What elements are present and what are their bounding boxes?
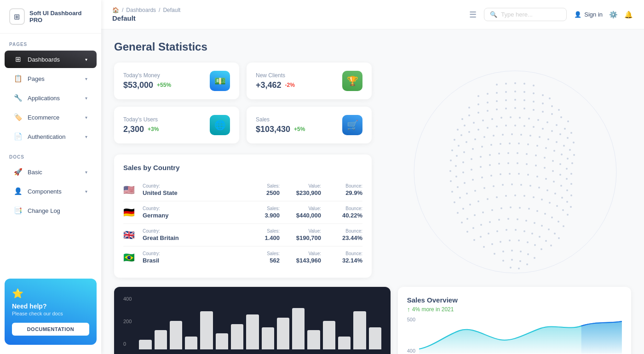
stat-sales-info: Sales $103,430 +5%	[256, 116, 305, 134]
svg-point-105	[489, 154, 491, 156]
svg-point-50	[556, 124, 558, 126]
sidebar-item-applications[interactable]: 🔧 Applications ▾	[5, 89, 97, 107]
svg-point-150	[466, 193, 468, 194]
svg-point-23	[542, 103, 544, 104]
svg-point-3	[514, 82, 516, 84]
svg-point-115	[570, 173, 572, 175]
svg-point-26	[461, 118, 463, 120]
svg-point-37	[560, 116, 562, 118]
sidebar-item-components[interactable]: 👤 Components ▾	[5, 183, 97, 200]
svg-point-127	[544, 167, 546, 169]
svg-point-191	[558, 221, 559, 223]
svg-point-8	[496, 92, 498, 94]
svg-point-109	[526, 153, 528, 155]
home-icon: 🏠	[112, 7, 119, 13]
svg-point-149	[459, 197, 461, 199]
svg-point-106	[498, 153, 500, 154]
svg-point-89	[490, 144, 492, 146]
svg-point-165	[462, 208, 464, 210]
svg-point-90	[500, 143, 501, 145]
country-name-de: Germany	[143, 212, 238, 219]
svg-point-73	[493, 135, 494, 137]
svg-point-164	[457, 212, 459, 214]
svg-point-218	[491, 243, 493, 245]
svg-point-111	[544, 157, 546, 159]
svg-point-129	[559, 174, 561, 176]
sign-in-button[interactable]: 👤 Sign in	[574, 11, 603, 18]
svg-point-141	[527, 174, 529, 176]
stat-users-change: +3%	[148, 126, 159, 132]
svg-point-148	[454, 201, 455, 203]
svg-point-201	[534, 222, 535, 224]
bounce-us: 29.9%	[326, 189, 362, 196]
svg-point-43	[491, 118, 493, 120]
svg-point-200	[525, 220, 527, 222]
pages-label: Pages	[28, 75, 45, 82]
chart-bar	[292, 308, 305, 349]
svg-point-6	[477, 95, 479, 97]
main-content: 🏠 / Dashboards / Default Default ☰ 🔍 👤 S…	[101, 0, 644, 354]
svg-point-124	[517, 162, 518, 164]
stat-money-change: +55%	[157, 82, 171, 88]
svg-point-199	[517, 218, 518, 220]
svg-point-189	[544, 213, 546, 215]
svg-point-205	[558, 237, 560, 239]
svg-point-121	[489, 164, 491, 166]
stat-users-info: Today's Users 2,300 +3%	[123, 116, 159, 134]
stat-clients-icon: 🏆	[342, 71, 362, 91]
overview-trend-icon: ↑	[407, 306, 410, 313]
svg-point-179	[461, 222, 463, 223]
sidebar-item-changelog[interactable]: 📑 Change Log	[5, 202, 97, 219]
svg-point-221	[518, 240, 520, 241]
sidebar-item-authentication[interactable]: 📄 Authentication ▾	[5, 128, 97, 145]
country-name-gb: Great Britain	[143, 234, 238, 241]
svg-point-188	[536, 210, 538, 212]
main-section-title: General Statistics	[114, 40, 631, 53]
svg-point-178	[567, 214, 569, 216]
overview-y-labels: 500 400	[407, 317, 415, 354]
settings-icon[interactable]: ⚙️	[609, 11, 618, 19]
documentation-button[interactable]: DOCUMENTATION	[12, 323, 89, 336]
chart-bar	[353, 311, 366, 349]
svg-point-53	[454, 139, 455, 141]
svg-point-198	[507, 218, 509, 220]
svg-point-70	[466, 141, 467, 143]
sidebar-item-pages[interactable]: 📋 Pages ▾	[5, 70, 97, 87]
svg-point-231	[502, 260, 504, 262]
svg-point-114	[566, 168, 568, 170]
stat-money-info: Today's Money $53,000 +55%	[123, 72, 171, 90]
search-input[interactable]	[501, 11, 556, 18]
svg-point-154	[502, 184, 504, 186]
svg-point-33	[523, 108, 525, 109]
svg-point-1	[496, 84, 498, 86]
sidebar-item-dashboards[interactable]: ⊞ Dashboards ▾	[5, 51, 97, 68]
flag-us: 🇺🇸	[123, 184, 138, 195]
svg-point-40	[464, 125, 466, 126]
svg-point-22	[533, 101, 535, 103]
chart-bar	[216, 333, 228, 349]
svg-point-30	[496, 108, 498, 110]
stat-money-icon: 💵	[210, 71, 230, 91]
country-name-us: United State	[143, 189, 238, 196]
svg-point-9	[505, 91, 507, 93]
ecommerce-icon: 🏷️	[14, 113, 22, 121]
svg-point-215	[545, 240, 547, 242]
svg-point-87	[472, 148, 474, 150]
sidebar-item-ecommerce[interactable]: 🏷️ Ecommerce ▾	[5, 108, 97, 126]
svg-point-27	[468, 114, 470, 116]
notification-icon[interactable]: 🔔	[624, 11, 633, 19]
hamburger-icon[interactable]: ☰	[469, 10, 477, 20]
sign-in-label: Sign in	[584, 11, 603, 18]
chart-bar	[139, 340, 151, 349]
pages-chevron: ▾	[85, 76, 87, 81]
svg-point-203	[548, 228, 550, 230]
svg-point-120	[480, 166, 482, 168]
help-subtitle: Please check our docs	[12, 311, 89, 316]
chart-bar	[200, 311, 213, 349]
svg-point-16	[477, 103, 479, 105]
topbar-right: ☰ 🔍 👤 Sign in ⚙️ 🔔	[469, 8, 633, 21]
components-icon: 👤	[14, 187, 22, 195]
svg-point-161	[561, 197, 563, 199]
svg-point-107	[507, 152, 509, 154]
sidebar-item-basic[interactable]: 🚀 Basic ▾	[5, 163, 97, 181]
